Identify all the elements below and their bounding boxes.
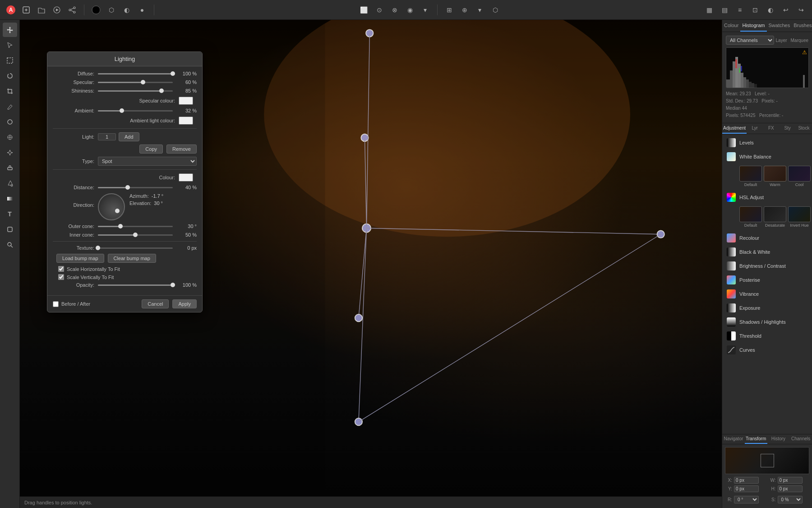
direction-circle[interactable] xyxy=(98,193,125,220)
guides-button[interactable]: ⊕ xyxy=(458,4,471,16)
channels-select[interactable]: All Channels xyxy=(726,36,774,45)
tool-crop[interactable] xyxy=(3,84,17,98)
share-button[interactable] xyxy=(66,4,78,16)
tool-gradient[interactable] xyxy=(3,191,17,206)
nav-tab-transform[interactable]: Transform xyxy=(745,434,767,444)
w-input[interactable] xyxy=(778,477,803,484)
adj-item-hsl[interactable]: HSL Adjust xyxy=(724,191,810,204)
apply-button[interactable]: Apply xyxy=(172,299,197,308)
tool-shapes[interactable] xyxy=(3,222,17,237)
load-bump-map-button[interactable]: Load bump map xyxy=(56,254,104,263)
view-mode-button[interactable]: ⊡ xyxy=(749,4,761,16)
adj-tab-fx[interactable]: FX xyxy=(763,123,779,134)
color-balance-button[interactable]: ◐ xyxy=(120,4,133,16)
adj-item-threshold[interactable]: Threshold xyxy=(724,329,810,343)
inner-cone-slider[interactable] xyxy=(98,234,173,236)
h-input[interactable] xyxy=(778,485,803,492)
redo-button[interactable]: ↪ xyxy=(795,4,807,16)
marquee-rect-button[interactable]: ⬜ xyxy=(358,4,370,16)
tab-swatches[interactable]: Swatches xyxy=(767,20,792,32)
wb-thumb-default[interactable]: Default xyxy=(739,166,762,187)
color-wheel-button[interactable] xyxy=(90,4,102,16)
tool-marquee[interactable] xyxy=(3,53,17,68)
adj-tab-stock[interactable]: Stock xyxy=(796,123,812,134)
tone-button[interactable]: ⬡ xyxy=(105,4,118,16)
adj-item-curves[interactable]: Curves xyxy=(724,343,810,357)
hsl-thumb-default-img[interactable] xyxy=(739,206,762,222)
guides-dropdown[interactable]: ▾ xyxy=(474,4,486,16)
expand-button[interactable]: ◐ xyxy=(764,4,777,16)
tool-lasso[interactable] xyxy=(3,69,17,83)
tab-colour[interactable]: Colour xyxy=(722,20,740,32)
adj-tab-lyr[interactable]: Lyr xyxy=(747,123,763,134)
tool-text[interactable]: T xyxy=(3,207,17,221)
tool-fill[interactable] xyxy=(3,176,17,191)
undo-button[interactable]: ↩ xyxy=(780,4,792,16)
wb-thumb-default-img[interactable] xyxy=(739,166,762,182)
freehand-button[interactable]: ⊗ xyxy=(388,4,401,16)
layer-button[interactable]: ▦ xyxy=(703,4,715,16)
marquee-ellipse-button[interactable]: ⊙ xyxy=(373,4,386,16)
nav-tab-navigator[interactable]: Navigator xyxy=(722,434,745,444)
hsl-thumb-default[interactable]: Default xyxy=(739,206,762,228)
tab-brushes[interactable]: Brushes xyxy=(792,20,812,32)
arrange-button[interactable]: ≡ xyxy=(734,4,746,16)
layer2-button[interactable]: ▤ xyxy=(718,4,731,16)
lighting-button[interactable]: ● xyxy=(136,4,148,16)
specular-slider[interactable] xyxy=(98,82,173,83)
direction-handle[interactable] xyxy=(115,209,120,213)
adj-item-vibrance[interactable]: Vibrance xyxy=(724,287,810,301)
wb-thumb-cool-img[interactable] xyxy=(788,166,811,182)
hsl-thumb-inv[interactable]: Invert Hue xyxy=(788,206,811,228)
before-after-checkbox[interactable] xyxy=(53,301,59,307)
adj-item-exposure[interactable]: Exposure xyxy=(724,301,810,315)
copy-light-button[interactable]: Copy xyxy=(139,144,163,154)
ambient-colour-swatch[interactable] xyxy=(179,117,193,125)
open-button[interactable] xyxy=(35,4,48,16)
hsl-thumb-inv-img[interactable] xyxy=(788,206,811,222)
x-input[interactable] xyxy=(734,477,759,484)
tool-erase[interactable] xyxy=(3,161,17,175)
scale-v-checkbox[interactable] xyxy=(58,274,64,280)
adj-item-levels[interactable]: Levels xyxy=(724,136,810,149)
s-select[interactable]: 0 % xyxy=(778,496,803,503)
wb-thumb-warm-img[interactable] xyxy=(764,166,786,182)
adj-item-recolour[interactable]: Recolour xyxy=(724,231,810,245)
outer-cone-slider[interactable] xyxy=(98,226,173,227)
y-input[interactable] xyxy=(734,485,759,492)
adj-item-black-white[interactable]: Black & White xyxy=(724,245,810,259)
adj-tab-adjustment[interactable]: Adjustment xyxy=(722,123,747,134)
cancel-button[interactable]: Cancel xyxy=(142,299,169,308)
tool-select[interactable] xyxy=(3,38,17,52)
adj-item-brightness-contrast[interactable]: Brightness / Contrast xyxy=(724,259,810,273)
new-button[interactable] xyxy=(20,4,32,16)
clear-bump-map-button[interactable]: Clear bump map xyxy=(108,254,156,263)
hsl-thumb-desat-img[interactable] xyxy=(764,206,786,222)
tool-dodge[interactable] xyxy=(3,115,17,129)
nav-tab-history[interactable]: History xyxy=(767,434,790,444)
light-number-input[interactable] xyxy=(98,133,116,140)
type-select[interactable]: Spot Point Infinite xyxy=(98,157,197,166)
add-light-button[interactable]: Add xyxy=(119,132,139,141)
tool-zoom[interactable] xyxy=(3,238,17,252)
tab-histogram[interactable]: Histogram xyxy=(740,20,766,32)
wb-thumb-warm[interactable]: Warm xyxy=(764,166,786,187)
hsl-thumb-desat[interactable]: Desaturate xyxy=(764,206,786,228)
remove-light-button[interactable]: Remove xyxy=(166,144,197,154)
tool-clone[interactable] xyxy=(3,130,17,144)
diffuse-slider[interactable] xyxy=(98,73,173,75)
grid-button[interactable]: ⊞ xyxy=(443,4,456,16)
opacity-slider[interactable] xyxy=(98,284,173,286)
mask-dropdown[interactable]: ▾ xyxy=(419,4,432,16)
tool-move[interactable] xyxy=(3,23,17,37)
tool-paint[interactable] xyxy=(3,99,17,114)
wb-thumb-cool[interactable]: Cool xyxy=(788,166,811,187)
adj-tab-sty[interactable]: Sty xyxy=(780,123,796,134)
r-select[interactable]: 0 ° xyxy=(734,496,759,503)
adj-item-white-balance[interactable]: White Balance xyxy=(724,150,810,163)
nav-tab-channels[interactable]: Channels xyxy=(789,434,812,444)
light-colour-swatch[interactable] xyxy=(179,173,193,182)
adj-item-shadows-highlights[interactable]: Shadows / Highlights xyxy=(724,315,810,329)
stamp-button[interactable]: ⬡ xyxy=(489,4,502,16)
tool-retouch[interactable] xyxy=(3,145,17,160)
